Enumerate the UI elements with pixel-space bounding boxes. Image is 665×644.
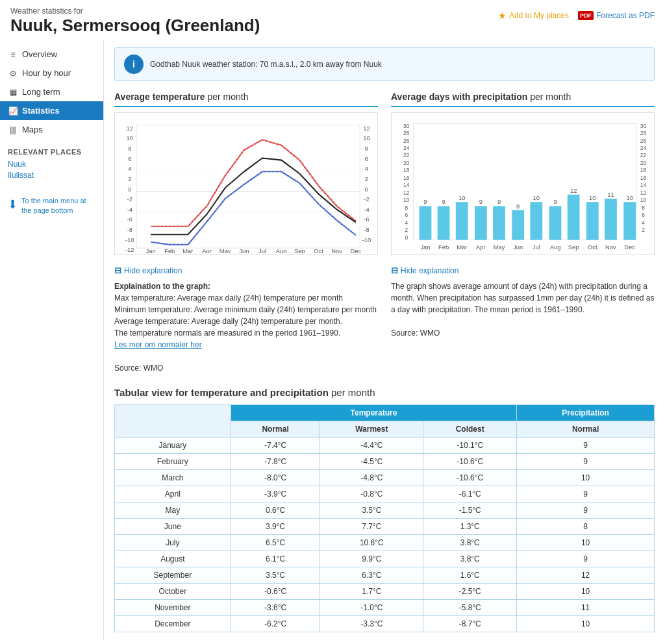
bar-mar [456, 202, 468, 240]
svg-text:28: 28 [403, 130, 410, 136]
bar-dec [623, 202, 636, 240]
nav-icon-overview: ≡ [8, 50, 18, 59]
info-text: Godthab Nuuk weather station: 70 m.a.s.l… [150, 60, 382, 69]
svg-text:18: 18 [403, 167, 410, 173]
svg-text:Sep: Sep [568, 244, 579, 251]
nav-item-overview[interactable]: ≡Overview [0, 45, 103, 64]
svg-text:Aug: Aug [276, 248, 287, 253]
table-row: May 0.6°C 3.5°C -1.5°C 9 [115, 502, 655, 519]
nav-item-hour-by-hour[interactable]: ⊙Hour by hour [0, 64, 103, 82]
svg-text:Apr: Apr [202, 248, 212, 253]
add-to-places-button[interactable]: ★ Add to My places [498, 10, 569, 21]
info-icon: i [124, 55, 144, 74]
svg-text:6: 6 [365, 156, 368, 162]
svg-text:-12: -12 [125, 247, 134, 253]
table-row: November -3.6°C -1.0°C -5.8°C 11 [115, 600, 655, 616]
svg-rect-28 [136, 125, 360, 248]
svg-text:Dec: Dec [350, 248, 361, 253]
svg-text:0: 0 [128, 186, 131, 193]
minus-icon: ⊟ [114, 266, 121, 275]
svg-text:Mar: Mar [457, 244, 467, 251]
precip-chart-svg: 30 28 26 24 22 20 18 16 14 12 10 8 6 4 [394, 118, 651, 253]
svg-text:Apr: Apr [476, 244, 486, 251]
svg-text:Oct: Oct [314, 248, 323, 253]
explanations-row: ⊟ Hide explanation Explaination to the g… [114, 266, 655, 374]
bar-apr [475, 206, 487, 240]
precip-chart-title: Average days with precipitation per mont… [391, 92, 655, 102]
svg-text:Sep: Sep [294, 248, 305, 253]
table-group-precipitation: Precipitation [517, 405, 655, 421]
table-group-temperature: Temperature [231, 405, 517, 421]
svg-text:12: 12 [570, 188, 577, 194]
svg-text:26: 26 [640, 138, 647, 144]
table-header-months-empty [115, 405, 231, 438]
table-row: January -7.4°C -4.4°C -10.1°C 9 [115, 438, 655, 454]
svg-text:30: 30 [403, 123, 410, 129]
nav-item-statistics[interactable]: 📈Statistics [0, 101, 103, 120]
svg-text:9: 9 [553, 199, 557, 205]
svg-text:0: 0 [405, 234, 408, 241]
bottom-nav[interactable]: ⬇ To the main menu at the page bottom [0, 187, 103, 225]
svg-text:22: 22 [640, 152, 647, 158]
svg-text:Nov: Nov [605, 244, 616, 251]
temperature-chart: 12 10 8 6 4 2 0 -2 -4 -6 -8 -10 -12 [114, 112, 378, 255]
charts-row: Average temperature per month 12 10 8 6 … [114, 92, 655, 255]
temp-explanation-text: Explaination to the graph: Max temperatu… [114, 280, 378, 374]
nav-icon-hour-by-hour: ⊙ [8, 69, 18, 78]
relevant-places-section: RELEVANT PLACES NuukIlulissat [0, 139, 103, 187]
minus-icon-2: ⊟ [391, 266, 398, 275]
svg-text:12: 12 [640, 190, 647, 196]
svg-text:-10: -10 [362, 237, 371, 243]
svg-text:Feb: Feb [164, 248, 175, 253]
svg-text:6: 6 [642, 212, 645, 218]
svg-text:6: 6 [405, 212, 408, 218]
nav-icon-maps: ||| [8, 125, 18, 134]
svg-text:-4: -4 [364, 206, 369, 213]
svg-text:2: 2 [128, 176, 131, 182]
svg-text:14: 14 [640, 182, 647, 188]
place-link-nuuk[interactable]: Nuuk [8, 160, 95, 169]
table-row: July 6.5°C 10.6°C 3.8°C 10 [115, 535, 655, 551]
table-row: June 3.9°C 7.7°C 1.3°C 8 [115, 519, 655, 535]
svg-text:8: 8 [516, 203, 520, 210]
nav-item-maps[interactable]: |||Maps [0, 120, 103, 139]
svg-text:8: 8 [405, 204, 408, 211]
svg-text:9: 9 [423, 199, 427, 205]
svg-text:Aug: Aug [550, 244, 561, 251]
forecast-pdf-button[interactable]: PDF Forecast as PDF [578, 11, 655, 20]
col-precip-normal: Normal [517, 421, 655, 438]
normaler-link[interactable]: Les mer om normaler her [114, 340, 202, 349]
svg-text:12: 12 [363, 125, 370, 132]
table-row: December -6.2°C -3.3°C -8.7°C 10 [115, 616, 655, 632]
svg-text:9: 9 [442, 199, 445, 205]
table-row: August 6.1°C 9.9°C 3.8°C 9 [115, 551, 655, 567]
svg-text:4: 4 [365, 166, 368, 172]
down-arrow-icon: ⬇ [8, 197, 18, 212]
svg-text:11: 11 [607, 192, 614, 198]
bar-nov [605, 199, 617, 240]
place-link-ilulissat[interactable]: Ilulissat [8, 171, 95, 180]
precip-explanation-text: The graph shows average amount of days (… [391, 280, 655, 339]
svg-text:-2: -2 [364, 196, 369, 203]
sidebar: ≡Overview⊙Hour by hour▦Long term📈Statist… [0, 40, 104, 640]
svg-text:Jun: Jun [239, 248, 249, 253]
nav-item-long-term[interactable]: ▦Long term [0, 82, 103, 101]
svg-text:-10: -10 [125, 237, 134, 243]
table-title: Tabular view for temperature and precipi… [114, 387, 655, 398]
precip-explanation: ⊟ Hide explanation The graph shows avera… [391, 266, 655, 374]
svg-text:16: 16 [403, 175, 410, 181]
svg-text:Mar: Mar [182, 248, 193, 253]
svg-text:10: 10 [626, 195, 633, 201]
precip-hide-link[interactable]: ⊟ Hide explanation [391, 266, 655, 275]
svg-text:10: 10 [640, 197, 647, 203]
relevant-places-title: RELEVANT PLACES [8, 148, 95, 156]
svg-text:14: 14 [403, 182, 410, 188]
svg-text:2: 2 [365, 176, 368, 182]
temp-hide-link[interactable]: ⊟ Hide explanation [114, 266, 378, 275]
svg-text:Jul: Jul [533, 244, 540, 251]
svg-text:Dec: Dec [624, 244, 635, 251]
info-box: i Godthab Nuuk weather station: 70 m.a.s… [114, 47, 655, 81]
svg-text:10: 10 [363, 135, 370, 142]
svg-text:28: 28 [640, 130, 647, 136]
precipitation-chart-section: Average days with precipitation per mont… [391, 92, 655, 255]
